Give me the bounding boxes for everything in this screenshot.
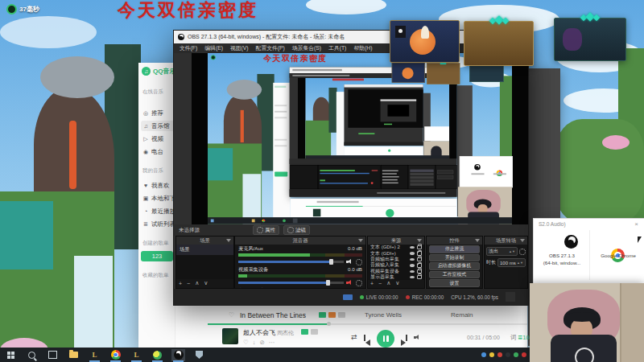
- tray-icon[interactable]: [497, 352, 502, 357]
- taskbar-app-game[interactable]: [151, 349, 164, 361]
- menu-help[interactable]: 帮助(H): [353, 44, 372, 52]
- sidebar-item-recent[interactable]: ◔最近播放: [141, 206, 175, 216]
- menu-edit[interactable]: 编辑(E): [204, 44, 223, 52]
- visibility-icon[interactable]: [410, 264, 415, 267]
- obs-app-label2[interactable]: (64-bit, window...: [537, 260, 587, 265]
- lock-icon[interactable]: [417, 257, 423, 262]
- tray-icon[interactable]: [522, 352, 526, 357]
- volume-slider[interactable]: [238, 261, 344, 263]
- start-button[interactable]: [4, 349, 18, 361]
- add-source-button[interactable]: +: [370, 281, 374, 286]
- mixer-channel: 麦克风/Aux0.0 dB: [235, 245, 365, 265]
- move-up-button[interactable]: ∧: [386, 280, 390, 286]
- virtual-camera-button[interactable]: 启动虚拟摄像机: [429, 262, 480, 270]
- sidebar-item-playlist-123[interactable]: 123: [141, 251, 173, 261]
- preview-mini-desktop-2: [305, 78, 449, 158]
- visibility-icon[interactable]: [410, 246, 415, 249]
- lock-icon[interactable]: [417, 269, 423, 274]
- songrow-artist[interactable]: Tyrone Wells: [365, 311, 402, 319]
- gear-icon[interactable]: [519, 249, 526, 255]
- sidebar-item-video[interactable]: ▷视频: [141, 134, 175, 144]
- lock-icon[interactable]: [417, 251, 423, 256]
- obs-app-icon[interactable]: [564, 235, 578, 249]
- taskbar-app-security[interactable]: [192, 349, 206, 361]
- resize-grip[interactable]: [506, 292, 515, 302]
- heart-icon[interactable]: ♡: [229, 311, 234, 319]
- lock-icon[interactable]: [417, 245, 423, 250]
- obs-preview[interactable]: 今天双倍亲密度: [192, 53, 528, 224]
- start-recording-button[interactable]: 开始录制: [429, 254, 480, 262]
- move-down-button[interactable]: ∨: [395, 280, 399, 286]
- lock-icon[interactable]: [417, 275, 423, 280]
- progress-knob[interactable]: [327, 322, 331, 326]
- clock-icon: ◔: [142, 208, 149, 214]
- file-explorer-button[interactable]: [67, 349, 80, 361]
- waterfall: [74, 256, 113, 362]
- playback-progress[interactable]: [208, 323, 527, 325]
- songrow-album[interactable]: Remain: [451, 311, 473, 319]
- menu-view[interactable]: 视图(V): [230, 44, 249, 52]
- taskbar-app-obs[interactable]: [171, 349, 185, 361]
- menu-file[interactable]: 文件(F): [180, 44, 197, 52]
- more-icon[interactable]: ⋯: [269, 339, 279, 346]
- obs-app-label[interactable]: OBS 27.1.3: [537, 253, 587, 258]
- taskbar-app-lol-client[interactable]: L: [130, 349, 143, 361]
- speaker-icon[interactable]: [346, 259, 353, 265]
- search-button[interactable]: [25, 349, 39, 361]
- add-scene-button[interactable]: +: [179, 281, 182, 286]
- visibility-icon[interactable]: [410, 252, 415, 255]
- studio-mode-button[interactable]: 工作室模式: [429, 271, 480, 279]
- heart-icon[interactable]: ♡: [243, 339, 253, 346]
- menu-tools[interactable]: 工具(T): [328, 44, 346, 52]
- sidebar-item-music-hall[interactable]: ♫音乐馆: [141, 121, 175, 131]
- banner-text-overlay: 今天双倍亲密度: [118, 0, 258, 23]
- scene-item[interactable]: 场景: [176, 245, 233, 255]
- remove-scene-button[interactable]: −: [187, 281, 190, 286]
- radio-icon: ◉: [142, 149, 149, 155]
- taskbar-app-chrome[interactable]: [109, 349, 122, 361]
- speaker-muted-icon[interactable]: [346, 280, 353, 286]
- tray-icon[interactable]: [506, 352, 510, 357]
- sidebar-item-listen-list[interactable]: ≣试听列表: [141, 219, 175, 229]
- visibility-icon[interactable]: [410, 258, 415, 261]
- gear-icon[interactable]: [356, 259, 362, 265]
- sidebar-item-radio[interactable]: ◉电台: [141, 146, 175, 157]
- player-song-title[interactable]: 超人不会飞: [243, 328, 275, 337]
- taskbar-app-lol[interactable]: L: [88, 349, 101, 361]
- close-icon[interactable]: ×: [634, 220, 638, 228]
- chrome-app-label[interactable]: Google Chrome: [593, 253, 643, 258]
- lock-icon[interactable]: [417, 263, 423, 268]
- visibility-icon[interactable]: [410, 276, 415, 279]
- tray-icon[interactable]: [489, 352, 494, 357]
- game-card-creature: [390, 20, 460, 63]
- lyrics-toggle[interactable]: 词: [510, 334, 517, 342]
- duration-field[interactable]: 100 ms▲▼: [497, 258, 526, 267]
- tray-icon[interactable]: [481, 352, 486, 357]
- sidebar-item-favorites[interactable]: ♥我喜欢: [141, 180, 175, 191]
- settings-button[interactable]: 设置: [429, 279, 480, 287]
- sidebar-item-recommend[interactable]: ◎推荐: [141, 108, 175, 118]
- tray-icon[interactable]: [514, 352, 518, 357]
- volume-slider[interactable]: [238, 282, 344, 284]
- sidebar-item-local[interactable]: ▣本地和下载: [141, 193, 175, 204]
- player-song-artist[interactable]: 周杰伦: [277, 329, 294, 337]
- shuffle-icon[interactable]: ⇄: [351, 333, 357, 341]
- properties-button[interactable]: 属性: [253, 225, 279, 235]
- task-view-button[interactable]: [46, 349, 60, 361]
- transition-select[interactable]: 淡出▲▼: [486, 247, 518, 256]
- menu-scene-collection[interactable]: 场景集合(S): [292, 44, 321, 52]
- gear-icon[interactable]: [356, 280, 362, 286]
- remove-source-button[interactable]: −: [378, 281, 382, 286]
- dislike-icon[interactable]: ⊘: [259, 339, 268, 346]
- songrow-title[interactable]: In Between The Lines: [240, 311, 306, 319]
- album-art[interactable]: [222, 328, 238, 344]
- visibility-icon[interactable]: [410, 270, 415, 274]
- lol-icon: L: [134, 351, 138, 359]
- stop-streaming-button[interactable]: 停止推流: [429, 245, 480, 253]
- menu-profile[interactable]: 配置文件(P): [256, 44, 285, 52]
- qqmusic-logo: ♫ QQ音乐: [142, 67, 175, 76]
- pause-button[interactable]: [377, 330, 394, 348]
- move-up-button[interactable]: ∧: [195, 280, 199, 286]
- move-down-button[interactable]: ∨: [204, 280, 208, 286]
- filters-button[interactable]: 滤镜: [283, 225, 310, 235]
